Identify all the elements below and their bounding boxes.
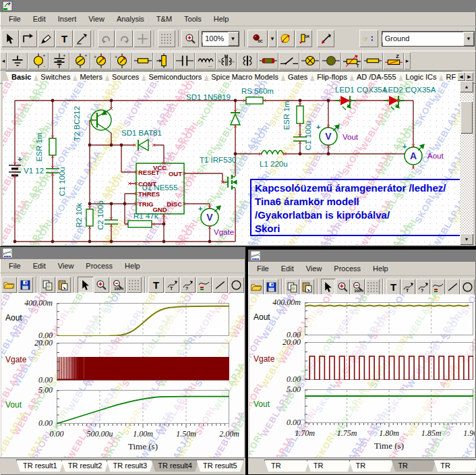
label-led1[interactable]: LED1 CQX35A bbox=[335, 86, 388, 94]
transformer-component-button[interactable]: ML₁L₂ bbox=[216, 52, 237, 69]
main-titlebar[interactable] bbox=[0, 0, 476, 12]
toolbar-scroll-right-button[interactable]: ▸ bbox=[404, 52, 411, 69]
label-t2[interactable]: T2 BC212 bbox=[73, 106, 81, 141]
menu-item-edit[interactable]: Edit bbox=[275, 263, 300, 274]
menu-item-edit[interactable]: Edit bbox=[27, 260, 52, 271]
label-vout[interactable]: Vout bbox=[343, 133, 359, 141]
open-button[interactable] bbox=[1, 277, 17, 293]
label-rs[interactable]: RS 560m bbox=[241, 87, 274, 95]
menu-item-analysis[interactable]: Analysis bbox=[111, 13, 150, 24]
cursor-b-button[interactable]: ? bbox=[180, 277, 196, 293]
label-aout[interactable]: Aout bbox=[427, 152, 444, 160]
undo-button[interactable] bbox=[98, 30, 115, 47]
open-button[interactable] bbox=[249, 279, 264, 295]
label-r2[interactable]: R2 10k bbox=[75, 203, 83, 228]
curve-legend-button[interactable] bbox=[196, 277, 212, 293]
result-tab-tr-result5[interactable]: TR result5 bbox=[434, 459, 476, 472]
battery-component-button[interactable]: + bbox=[49, 52, 69, 69]
cursor-a-button[interactable]: T bbox=[165, 277, 180, 293]
inductor-component-button[interactable]: ... bbox=[195, 52, 216, 69]
menu-item-view[interactable]: View bbox=[52, 260, 80, 271]
label-esr-left[interactable]: ESR 1m bbox=[35, 133, 43, 162]
result-tab-tr-result4[interactable]: TR result4 bbox=[151, 459, 199, 472]
menu-item-file[interactable]: File bbox=[3, 260, 27, 271]
result-tab-tr-result2[interactable]: TR result2 bbox=[307, 459, 352, 472]
generator-component-button[interactable]: + bbox=[69, 52, 90, 69]
scroll-up-icon[interactable]: ▲ bbox=[460, 81, 473, 92]
line-tool-button[interactable] bbox=[446, 279, 460, 295]
tab-scroll-right-icon[interactable]: ▶ bbox=[465, 72, 473, 81]
menu-item-insert[interactable]: Insert bbox=[52, 13, 83, 24]
subplot-aout[interactable] bbox=[305, 302, 473, 335]
label-sd1-1n5819[interactable]: SD1 1N5819 bbox=[186, 93, 231, 101]
menu-item-tools[interactable]: Tools bbox=[178, 13, 208, 24]
text-tool-button[interactable]: T bbox=[55, 30, 73, 47]
line-tool-button[interactable] bbox=[212, 277, 228, 293]
ammeter-component-button[interactable]: + bbox=[111, 52, 132, 69]
grid-toggle-button[interactable] bbox=[158, 30, 175, 47]
menu-item-process[interactable]: Process bbox=[328, 263, 367, 274]
label-sd1-bat81[interactable]: SD1 BAT81 bbox=[121, 129, 162, 137]
label-c1-left[interactable]: C1 100u bbox=[58, 167, 66, 196]
motor-component-button[interactable] bbox=[320, 52, 341, 69]
scroll-down-icon[interactable]: ▼ bbox=[460, 233, 473, 245]
save-button[interactable] bbox=[18, 277, 33, 293]
grid-toggle-button[interactable] bbox=[126, 277, 142, 293]
copy-button[interactable] bbox=[40, 277, 55, 293]
fuse-component-button[interactable] bbox=[362, 52, 383, 69]
pencil-tool-button[interactable] bbox=[38, 30, 55, 47]
paste-button[interactable] bbox=[300, 279, 314, 295]
result-tab-tr-result3[interactable]: TR result3 bbox=[107, 459, 154, 472]
zoom-100-button[interactable]: 100% bbox=[351, 279, 365, 295]
plot-area[interactable]: 400.00m0.00Aout20.000.00Vgate5.000.00Vou… bbox=[1, 293, 244, 457]
resistor-component-button[interactable] bbox=[132, 52, 153, 69]
save-button[interactable] bbox=[264, 279, 278, 295]
label-v1[interactable]: V1 12 bbox=[24, 167, 44, 175]
capacitor-component-button[interactable] bbox=[174, 52, 195, 69]
label-t1[interactable]: T1 IRF530 bbox=[200, 156, 236, 164]
schematic-note-box[interactable]: Kapcsolóüzemű áramgenerátor /ledhez/ Tin… bbox=[250, 179, 460, 236]
subplot-aout[interactable] bbox=[57, 303, 229, 336]
cursor-b-button[interactable]: ? bbox=[416, 279, 430, 295]
ground-component-button[interactable] bbox=[7, 52, 28, 69]
chevron-down-icon[interactable]: ▼ bbox=[228, 32, 239, 46]
impedance-component-button[interactable]: Z bbox=[383, 52, 404, 69]
delete-line-tool-button[interactable] bbox=[73, 30, 91, 47]
zoom-in-button[interactable] bbox=[336, 279, 350, 295]
dc-dropdown-button[interactable]: ▼ bbox=[268, 30, 276, 47]
result-tab-tr-result4[interactable]: TR result4 bbox=[391, 459, 436, 472]
subplot-vgate[interactable] bbox=[305, 342, 473, 380]
menu-item-help[interactable]: Help bbox=[367, 263, 394, 274]
circle-tool-button[interactable] bbox=[229, 277, 244, 293]
voltmeter-component-button[interactable]: + bbox=[90, 52, 111, 69]
live-probe-button[interactable] bbox=[317, 30, 334, 47]
coupled-inductor-component-button[interactable] bbox=[237, 52, 258, 69]
subplot-vgate[interactable] bbox=[57, 343, 229, 381]
toolbar-collapse-button[interactable]: ◂ bbox=[0, 52, 7, 69]
circle-tool-button[interactable] bbox=[460, 279, 475, 295]
potentiometer-component-button[interactable]: T bbox=[341, 52, 362, 69]
zoom-100-button[interactable]: 100% bbox=[110, 277, 125, 293]
label-l1[interactable]: L1 220u bbox=[260, 160, 288, 168]
crosshair-button[interactable] bbox=[133, 30, 151, 47]
copy-button[interactable] bbox=[285, 279, 299, 295]
dc-analysis-button[interactable]: DC bbox=[247, 30, 267, 47]
tab-scroll-left-icon[interactable]: ◀ bbox=[457, 72, 465, 81]
zoom-level-combo[interactable]: 100% ▼ bbox=[202, 31, 239, 47]
result-tab-tr-result3[interactable]: TR result3 bbox=[349, 459, 394, 472]
menu-item-t-m[interactable]: T&M bbox=[150, 13, 178, 24]
schematic-canvas[interactable]: SKORIWEBLAPJASKORIWEBLAPJASKORIWEBLAPJAS… bbox=[3, 81, 460, 245]
curve-legend-button[interactable] bbox=[431, 279, 445, 295]
zoom-in-button[interactable] bbox=[94, 277, 109, 293]
label-c2[interactable]: C2 100p bbox=[96, 200, 105, 229]
text-tool-button[interactable]: T bbox=[148, 277, 164, 293]
menu-item-view[interactable]: View bbox=[300, 263, 328, 274]
ground-selector-combo[interactable]: Ground ▼ bbox=[382, 31, 475, 47]
result-tab-tr-result1[interactable]: TR result1 bbox=[264, 459, 309, 472]
meter-probe-button[interactable] bbox=[277, 30, 295, 47]
component-hand-button[interactable]: ☞ bbox=[359, 30, 378, 47]
paste-button[interactable] bbox=[56, 277, 71, 293]
subplot-vout[interactable] bbox=[305, 389, 473, 429]
result-tab-tr-result2[interactable]: TR result2 bbox=[61, 459, 109, 472]
scrollbar-thumb[interactable] bbox=[460, 101, 473, 134]
